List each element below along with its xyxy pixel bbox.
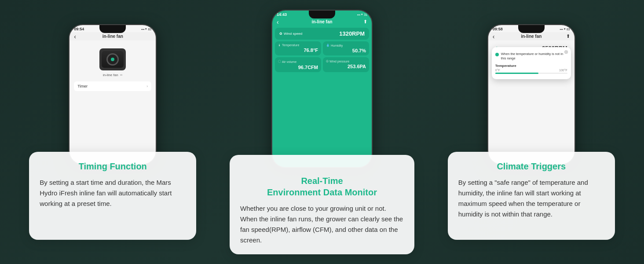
phone-title-2: in-line fan	[311, 19, 332, 24]
humidity-value: 50.7%	[326, 48, 366, 53]
phone-content-1: in-line fan ✏ Timer ›	[70, 40, 156, 95]
header-2: ‹ in-line fan ⬆	[272, 18, 372, 26]
notch-2	[309, 11, 335, 18]
back-button-3[interactable]: ‹	[493, 33, 495, 40]
temp-label: 🌡 Temperature	[278, 44, 318, 47]
header-1: ‹ in-line fan	[70, 32, 156, 40]
phone-2: 14:43 ▪▪▪ ▾ 31 ‹ in-line fan ⬆	[271, 10, 373, 168]
time-1: 09:54	[74, 27, 84, 31]
card2-text: Whether you are close to your growing un…	[240, 203, 404, 246]
pressure-icon: ◎	[326, 59, 329, 63]
wifi-icon-3: ▾	[564, 27, 566, 31]
battery-2: 31	[364, 13, 367, 16]
wind-pressure-card: ◎ Wind pressure 253.6PA	[323, 57, 369, 72]
time-3: 09:58	[493, 27, 503, 31]
temp-icon: 🌡	[278, 44, 281, 47]
wind-pressure-value: 253.6PA	[326, 64, 366, 69]
temp-card: 🌡 Temperature 76.8°F	[275, 41, 321, 55]
popup-slider[interactable]	[495, 73, 567, 74]
popup-description: When the temperature or humidity is not …	[501, 52, 567, 61]
popup-section-title: Temperature	[495, 64, 567, 68]
temp-value: 76.8°F	[278, 48, 318, 53]
header-3: ‹ in-line fan ⬆	[488, 32, 574, 40]
signal-icon-1: ▪▪▪	[141, 28, 144, 31]
air-volume-card: 〇 Air volume 96.7CFM	[275, 57, 321, 72]
phone-3: 09:58 ▪▪▪ ▾ 83 ‹ in-line fan ⬆	[487, 24, 575, 165]
feature-card-3: Climate Triggers By setting a "safe rang…	[448, 152, 615, 240]
climate-section: 09:58 ▪▪▪ ▾ 83 ‹ in-line fan ⬆	[436, 24, 627, 240]
timing-section: 09:54 ▪▪▪ ▾ 83 ‹ in-line fan	[18, 24, 208, 240]
battery-1: 83	[148, 28, 151, 31]
signal-icon-3: ▪▪▪	[560, 28, 563, 31]
battery-3: 83	[567, 28, 570, 31]
fan-icon-2: ✿	[279, 32, 282, 36]
share-icon[interactable]: ⬆	[363, 19, 367, 25]
notch-3	[518, 25, 545, 33]
fan-label-row: in-line fan ✏	[103, 73, 123, 77]
signal-icon-2: ▪▪▪	[357, 13, 360, 16]
range-max: 100°F	[559, 69, 567, 72]
share-icon-3[interactable]: ⬆	[566, 33, 570, 39]
feature-card-2: Real-Time Environment Data Monitor Wheth…	[230, 155, 414, 254]
range-min: 0°F	[495, 69, 500, 72]
climate-popup: ⊗ When the temperature or humidity is no…	[492, 47, 571, 79]
time-2: 14:43	[277, 12, 287, 17]
wind-speed-row-2: ✿ Wind speed 1320RPM	[275, 28, 369, 40]
phone-1: 09:54 ▪▪▪ ▾ 83 ‹ in-line fan	[69, 24, 157, 165]
phone-title-3: in-line fan	[521, 34, 542, 39]
humidity-label: 💧 Humidity	[326, 44, 366, 47]
card3-title: Climate Triggers	[458, 161, 604, 172]
fan-center	[111, 58, 114, 61]
air-volume-label: 〇 Air volume	[278, 59, 318, 64]
wifi-icon-2: ▾	[361, 13, 363, 16]
fan-label: in-line fan	[103, 73, 118, 77]
humidity-icon: 💧	[326, 44, 330, 47]
popup-range-row: 0°F 100°F	[495, 69, 567, 72]
wind-label-2: ✿ Wind speed	[279, 32, 302, 36]
popup-dot	[495, 53, 499, 56]
edit-icon[interactable]: ✏	[120, 73, 123, 77]
notch-1	[99, 25, 126, 33]
wifi-icon-1: ▾	[145, 27, 147, 31]
fan-image	[99, 48, 126, 70]
wind-pressure-label: ◎ Wind pressure	[326, 59, 366, 63]
environment-section: 14:43 ▪▪▪ ▾ 31 ‹ in-line fan ⬆	[208, 10, 436, 254]
popup-close-button[interactable]: ⊗	[564, 49, 568, 55]
air-volume-value: 96.7CFM	[278, 65, 318, 70]
back-button-1[interactable]: ‹	[74, 33, 76, 40]
main-container: 09:54 ▪▪▪ ▾ 83 ‹ in-line fan	[0, 0, 644, 264]
popup-slider-fill	[495, 73, 538, 74]
card1-text: By setting a start time and duration, th…	[40, 177, 186, 209]
card2-title: Real-Time Environment Data Monitor	[240, 164, 404, 198]
sensor-grid: 🌡 Temperature 76.8°F 💧 Humidity 50.7%	[272, 41, 372, 72]
card3-text: By setting a "safe range" of temperature…	[458, 177, 604, 220]
phone-title-1: in-line fan	[102, 34, 123, 39]
timer-arrow: ›	[146, 84, 148, 88]
timer-row[interactable]: Timer ›	[74, 81, 151, 91]
feature-card-1: Timing Function By setting a start time …	[29, 152, 196, 240]
back-button-2[interactable]: ‹	[277, 18, 279, 26]
timer-label: Timer	[77, 84, 88, 88]
wind-rpm-2: 1320RPM	[339, 30, 365, 37]
air-icon: 〇	[278, 59, 281, 64]
humidity-card: 💧 Humidity 50.7%	[323, 41, 369, 55]
popup-item: When the temperature or humidity is not …	[495, 51, 567, 62]
card1-title: Timing Function	[40, 161, 186, 172]
